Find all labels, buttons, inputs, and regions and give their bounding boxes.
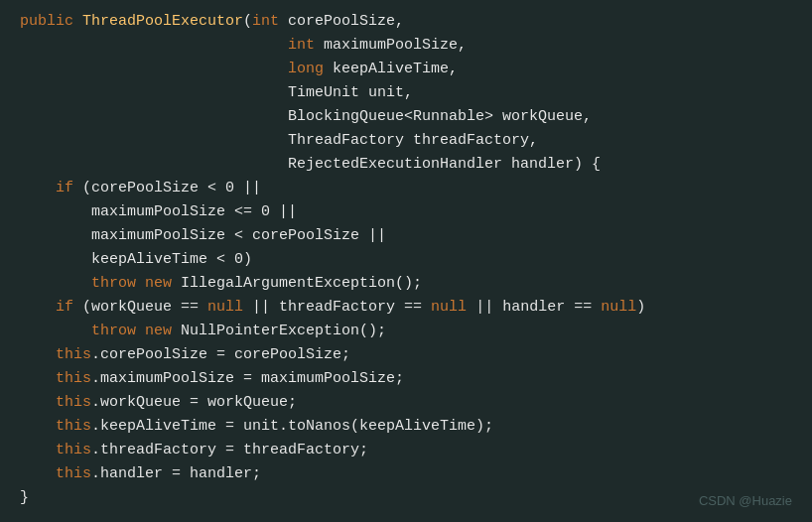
code-line: maximumPoolSize < corePoolSize ||: [0, 224, 812, 248]
code-token: if: [56, 177, 82, 200]
code-token: .threadFactory = threadFactory;: [91, 439, 368, 462]
code-token: NullPointerException();: [181, 320, 386, 343]
code-token: || handler ==: [475, 296, 601, 320]
code-token: [20, 367, 56, 391]
code-token: keepAliveTime < 0): [20, 248, 252, 272]
code-token: int: [252, 10, 288, 34]
code-token: IllegalArgumentException();: [181, 272, 422, 296]
code-line: maximumPoolSize <= 0 ||: [0, 200, 812, 224]
code-block: public ThreadPoolExecutor(int corePoolSi…: [0, 0, 812, 522]
code-line: throw new IllegalArgumentException();: [0, 272, 812, 296]
code-token: maximumPoolSize <= 0 ||: [20, 200, 297, 224]
code-token: keepAliveTime,: [333, 58, 458, 81]
code-token: BlockingQueue<Runnable> workQueue,: [288, 105, 592, 129]
code-token: this: [56, 415, 91, 439]
code-token: .corePoolSize = corePoolSize;: [91, 343, 350, 367]
code-token: throw: [91, 272, 145, 296]
code-line: throw new NullPointerException();: [0, 320, 812, 343]
code-line: ThreadFactory threadFactory,: [0, 129, 812, 153]
code-line: RejectedExecutionHandler handler) {: [0, 153, 812, 177]
code-token: RejectedExecutionHandler handler) {: [288, 153, 601, 177]
code-token: maximumPoolSize < corePoolSize ||: [20, 224, 386, 248]
code-token: TimeUnit unit,: [288, 81, 413, 105]
code-token: long: [288, 58, 333, 81]
code-line: this.corePoolSize = corePoolSize;: [0, 343, 812, 367]
code-token: [20, 391, 56, 415]
code-line: this.handler = handler;: [0, 462, 812, 486]
code-token: this: [56, 391, 91, 415]
code-line: TimeUnit unit,: [0, 81, 812, 105]
code-token: this: [56, 343, 91, 367]
code-line: this.maximumPoolSize = maximumPoolSize;: [0, 367, 812, 391]
code-token: [20, 153, 288, 177]
code-token: (: [243, 10, 252, 34]
code-line: if (corePoolSize < 0 ||: [0, 177, 812, 200]
code-token: null: [207, 296, 252, 320]
code-token: [20, 439, 56, 462]
code-token: ThreadFactory threadFactory,: [288, 129, 538, 153]
code-line: int maximumPoolSize,: [0, 34, 812, 58]
code-token: .workQueue = workQueue;: [91, 391, 297, 415]
code-line: public ThreadPoolExecutor(int corePoolSi…: [0, 10, 812, 34]
code-token: ThreadPoolExecutor: [82, 10, 243, 34]
code-token: [20, 320, 91, 343]
code-token: [20, 415, 56, 439]
code-token: .maximumPoolSize = maximumPoolSize;: [91, 367, 404, 391]
code-line: this.keepAliveTime = unit.toNanos(keepAl…: [0, 415, 812, 439]
code-token: .handler = handler;: [91, 462, 261, 486]
code-line: }: [0, 486, 812, 510]
code-token: corePoolSize,: [288, 10, 404, 34]
code-token: this: [56, 367, 91, 391]
code-token: (workQueue ==: [82, 296, 207, 320]
code-token: ): [636, 296, 645, 320]
code-token: || threadFactory ==: [252, 296, 431, 320]
code-line: BlockingQueue<Runnable> workQueue,: [0, 105, 812, 129]
code-token: [20, 462, 56, 486]
code-token: throw: [91, 320, 145, 343]
code-token: if: [56, 296, 82, 320]
code-line: long keepAliveTime,: [0, 58, 812, 81]
code-token: null: [431, 296, 475, 320]
code-token: this: [56, 439, 91, 462]
code-token: int: [288, 34, 324, 58]
code-token: maximumPoolSize,: [324, 34, 467, 58]
code-token: [20, 177, 56, 200]
code-token: new: [145, 320, 181, 343]
code-line: this.workQueue = workQueue;: [0, 391, 812, 415]
code-token: }: [20, 486, 29, 510]
code-token: [20, 272, 91, 296]
code-token: [20, 343, 56, 367]
code-token: [20, 105, 288, 129]
code-token: this: [56, 462, 91, 486]
code-token: null: [601, 296, 636, 320]
code-token: [20, 129, 288, 153]
code-token: [20, 81, 288, 105]
watermark: CSDN @Huazie: [699, 491, 792, 512]
code-line: if (workQueue == null || threadFactory =…: [0, 296, 812, 320]
code-token: [20, 296, 56, 320]
code-token: public: [20, 10, 82, 34]
code-line: this.threadFactory = threadFactory;: [0, 439, 812, 462]
code-token: [20, 58, 288, 81]
code-token: (corePoolSize < 0 ||: [82, 177, 261, 200]
code-line: keepAliveTime < 0): [0, 248, 812, 272]
code-token: new: [145, 272, 181, 296]
code-token: .keepAliveTime = unit.toNanos(keepAliveT…: [91, 415, 493, 439]
code-token: [20, 34, 288, 58]
